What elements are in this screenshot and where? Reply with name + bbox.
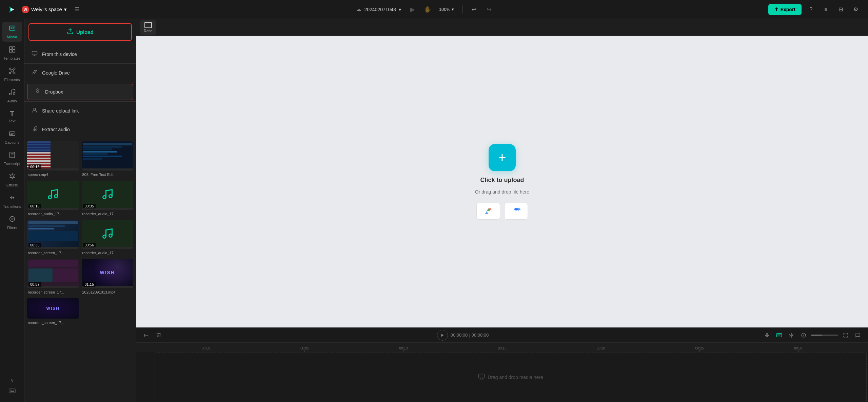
sidebar-media-label: Media	[7, 35, 17, 39]
svg-line-58	[792, 335, 793, 336]
media-item-rscreen2[interactable]: 00:57	[27, 259, 79, 288]
sidebar-text-label: Text	[8, 119, 15, 123]
menu-button[interactable]: ☰	[71, 3, 83, 16]
file-name-selector[interactable]: ☁ 202402071043 ▾	[356, 6, 401, 13]
svg-line-56	[790, 335, 791, 336]
timeline-drop-area[interactable]: Drag and drop media here	[155, 352, 867, 402]
upload-plus-button[interactable]: +	[489, 144, 516, 171]
svg-point-14	[9, 93, 11, 95]
from-device-item[interactable]: From this device	[24, 46, 136, 62]
hand-tool-button[interactable]: ✋	[421, 3, 434, 16]
sidebar-item-transitions[interactable]: Transitions	[2, 191, 22, 211]
media-item-wish2[interactable]: WISH	[27, 298, 79, 319]
extract-audio-item[interactable]: Extract audio	[24, 122, 136, 137]
workspace-chevron-icon: ▾	[64, 6, 67, 13]
list-item: WISH 01:15 202312091013.mp4	[82, 259, 134, 296]
ruler-mark-0: 00:00	[157, 346, 255, 352]
export-button[interactable]: ⬆ Export	[768, 4, 802, 15]
timeline-track-labels	[136, 352, 153, 402]
workspace-selector[interactable]: W Weiyi's space ▾	[22, 6, 67, 13]
timeline-play-button[interactable]	[437, 330, 448, 341]
svg-rect-8	[12, 50, 15, 52]
undo-button[interactable]: ↩	[468, 3, 480, 16]
google-drive-item[interactable]: Google Drive	[24, 65, 136, 81]
share-link-item[interactable]: Share upload link	[24, 103, 136, 119]
help-button[interactable]: ?	[806, 4, 816, 15]
redo-button[interactable]: ↪	[483, 3, 495, 16]
media-item-freetext[interactable]: ⋮	[82, 141, 134, 170]
sidebar-item-media[interactable]: Media	[2, 22, 22, 42]
sidebar-transcript-label: Transcript	[4, 162, 20, 166]
svg-point-13	[14, 72, 15, 74]
fullscreen-timeline-button[interactable]	[841, 330, 850, 340]
sidebar-item-elements[interactable]: Elements	[2, 64, 22, 84]
sidebar-keyboard-button[interactable]	[2, 386, 22, 397]
dropbox-item[interactable]: Dropbox	[27, 84, 133, 100]
ratio-button[interactable]: Ratio	[140, 20, 156, 35]
svg-rect-5	[9, 47, 12, 49]
timeline-track-content[interactable]: Drag and drop media here	[153, 352, 868, 402]
list-item: 00:18 recorder_audio_17...	[27, 181, 79, 217]
ratio-icon	[144, 22, 152, 28]
media-name-wish2: recorder_screen_17...	[27, 319, 79, 326]
play-mode-button[interactable]: ▶	[407, 3, 419, 16]
media-item-speech[interactable]: 00:15 ⋮	[27, 141, 79, 170]
svg-point-43	[109, 195, 112, 198]
upload-dropdown-menu: From this device Google Drive	[24, 45, 136, 139]
upload-source-buttons	[476, 203, 528, 220]
media-item-wish[interactable]: WISH 01:15	[82, 259, 134, 288]
workspace-name-label: Weiyi's space	[31, 6, 62, 12]
zoom-control[interactable]: 100% ▾	[436, 5, 457, 13]
templates-icon	[8, 46, 16, 55]
media-item-recorder2[interactable]: 00:35	[82, 181, 134, 210]
timeline-trim-button[interactable]	[142, 330, 151, 340]
audio-icon	[8, 88, 16, 98]
dropbox-source-button[interactable]	[504, 203, 528, 220]
ruler-time-0: 00:00	[202, 346, 210, 350]
upload-button[interactable]: Upload	[28, 23, 132, 41]
sidebar-filters-label: Filters	[7, 226, 17, 230]
media-more-freetext[interactable]: ⋮	[125, 143, 132, 149]
caption-gen-button[interactable]	[774, 330, 784, 340]
media-item-rscreen1[interactable]: 00:36	[27, 220, 79, 249]
transcript-icon	[8, 151, 16, 160]
sidebar-item-templates[interactable]: Templates	[2, 43, 22, 63]
svg-rect-30	[11, 390, 12, 391]
sidebar-collapse-button[interactable]: ∨	[2, 375, 22, 386]
credits-button[interactable]: ≡	[821, 4, 831, 15]
captions-icon	[8, 130, 16, 139]
split-button[interactable]	[787, 330, 796, 340]
google-drive-icon	[31, 69, 38, 77]
sidebar-item-filters[interactable]: Filters	[2, 213, 22, 233]
media-duration-rscreen1: 00:36	[28, 243, 41, 247]
speed-button[interactable]	[799, 330, 808, 340]
time-display: 00:00:00 | 00:00:00	[451, 333, 489, 338]
sidebar-transitions-label: Transitions	[3, 204, 21, 208]
media-item-recorder1[interactable]: 00:18	[27, 181, 79, 210]
mic-button[interactable]	[762, 330, 772, 340]
sidebar-item-captions[interactable]: Captions	[2, 127, 22, 147]
comment-button[interactable]	[853, 330, 863, 340]
svg-rect-7	[9, 50, 12, 52]
sidebar-item-text[interactable]: T Text	[2, 107, 22, 126]
layout-button[interactable]: ⊟	[835, 4, 846, 15]
svg-rect-28	[9, 389, 15, 393]
sidebar-item-transcript[interactable]: Transcript	[2, 148, 22, 168]
media-name-rscreen1: recorder_screen_17...	[27, 249, 79, 256]
timeline-right-controls	[762, 330, 863, 340]
settings-button[interactable]: ⚙	[850, 4, 861, 15]
sidebar-item-audio[interactable]: Audio	[2, 86, 22, 106]
timeline-zoom-slider[interactable]	[811, 335, 838, 336]
media-item-recorder3[interactable]: 00:56	[82, 220, 134, 249]
gdrive-source-button[interactable]	[476, 203, 500, 220]
canvas-main[interactable]: + Click to upload Or drag and drop file …	[136, 36, 868, 327]
sidebar-item-effects[interactable]: Effects	[2, 170, 22, 190]
media-name-wish: 202312091013.mp4	[82, 289, 134, 296]
list-item: 00:56 recorder_audio_17...	[82, 220, 134, 257]
menu-separator-2	[24, 82, 136, 82]
svg-rect-6	[12, 47, 15, 49]
media-more-speech[interactable]: ⋮	[71, 143, 78, 149]
svg-rect-4	[13, 28, 14, 29]
timeline-delete-button[interactable]	[154, 330, 163, 340]
list-item: 00:35 recorder_audio_17...	[82, 181, 134, 217]
